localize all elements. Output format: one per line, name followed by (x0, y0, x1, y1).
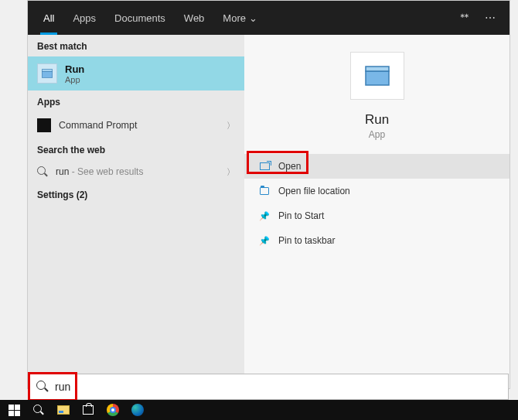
tab-web[interactable]: Web (175, 1, 214, 35)
best-match-subtitle: App (65, 75, 84, 84)
chevron-down-icon: ⌄ (249, 12, 257, 24)
search-filter-tabs: All Apps Documents Web More ⌄ ᕯ ⋯ (28, 1, 509, 35)
pin-icon (258, 210, 271, 222)
chevron-right-icon[interactable]: 〉 (227, 166, 235, 178)
svg-rect-1 (42, 70, 52, 72)
preview-actions: Open Open file location Pin to Start Pin… (244, 154, 509, 253)
preview-app-icon (350, 52, 404, 100)
section-apps: Apps (28, 90, 244, 112)
taskbar (0, 400, 518, 420)
pin-icon (258, 234, 271, 247)
tab-more[interactable]: More ⌄ (213, 1, 266, 35)
section-best-match: Best match (28, 35, 244, 56)
results-list: Best match Run App Apps Command Prompt 〉… (28, 35, 244, 388)
chrome-icon (107, 404, 119, 416)
taskbar-chrome[interactable] (102, 400, 124, 420)
taskbar-search[interactable] (28, 400, 49, 420)
folder-icon (258, 185, 271, 197)
tab-all[interactable]: All (34, 1, 63, 35)
result-label: Command Prompt (59, 120, 137, 131)
tab-apps[interactable]: Apps (63, 1, 105, 35)
section-settings[interactable]: Settings (2) (28, 183, 244, 205)
file-explorer-icon (57, 405, 70, 415)
result-command-prompt[interactable]: Command Prompt 〉 (28, 112, 244, 138)
action-open-file-location[interactable]: Open file location (244, 179, 509, 203)
svg-rect-2 (366, 71, 389, 85)
windows-logo-icon (9, 405, 20, 416)
command-prompt-icon (37, 118, 51, 132)
search-input[interactable] (55, 381, 502, 393)
taskbar-microsoft-store[interactable] (77, 400, 99, 420)
preview-pane: Run App Open Open file location Pin to S… (244, 35, 509, 388)
more-options-icon[interactable]: ⋯ (477, 1, 503, 35)
start-button[interactable] (3, 400, 25, 420)
best-match-run[interactable]: Run App (28, 56, 244, 90)
search-icon (36, 381, 49, 393)
chevron-right-icon[interactable]: 〉 (227, 120, 235, 131)
best-match-title: Run (65, 63, 84, 75)
feedback-icon[interactable]: ᕯ (452, 1, 477, 35)
taskbar-file-explorer[interactable] (53, 400, 74, 420)
run-app-icon (37, 63, 57, 84)
preview-subtitle: App (369, 129, 385, 140)
taskbar-edge[interactable] (127, 400, 148, 420)
search-icon (37, 166, 48, 177)
preview-title: Run (365, 112, 389, 128)
search-icon (33, 405, 44, 415)
start-search-panel: All Apps Documents Web More ⌄ ᕯ ⋯ Best m… (27, 0, 510, 389)
tab-documents[interactable]: Documents (105, 1, 175, 35)
action-pin-to-taskbar[interactable]: Pin to taskbar (244, 228, 509, 253)
result-web-run[interactable]: run - See web results 〉 (28, 160, 244, 183)
svg-rect-0 (42, 71, 52, 77)
edge-icon (131, 404, 144, 416)
action-open[interactable]: Open (244, 154, 509, 179)
action-pin-to-start[interactable]: Pin to Start (244, 203, 509, 228)
store-icon (83, 405, 94, 415)
search-box[interactable] (29, 374, 509, 400)
section-search-web: Search the web (28, 138, 244, 160)
result-label: run - See web results (56, 166, 143, 177)
open-icon (258, 160, 271, 172)
svg-rect-3 (366, 67, 389, 71)
